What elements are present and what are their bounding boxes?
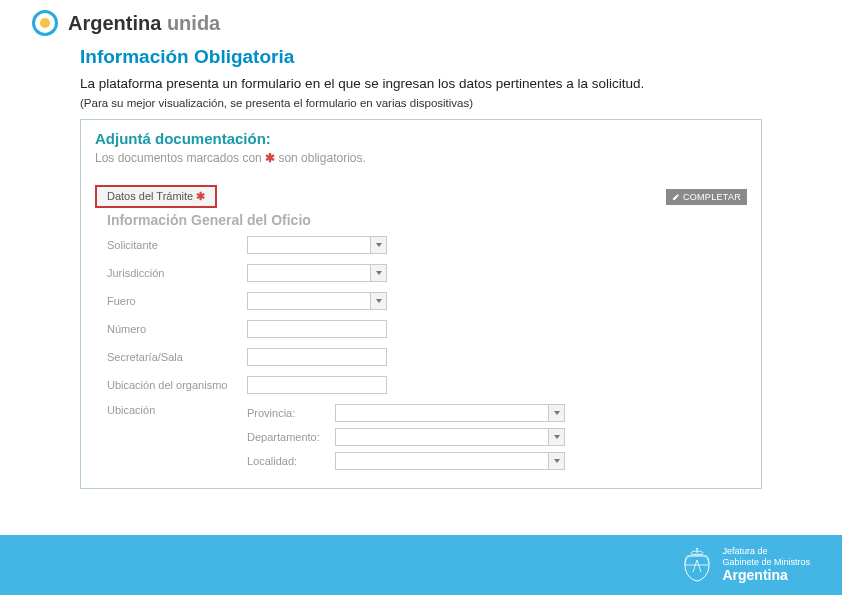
brand-text: Argentina unida bbox=[68, 12, 220, 35]
completar-label: COMPLETAR bbox=[683, 192, 741, 202]
select-departamento[interactable] bbox=[335, 428, 565, 446]
field-jurisdiccion: Jurisdicción bbox=[107, 264, 747, 282]
brand-header: Argentina unida bbox=[0, 0, 842, 42]
ubicacion-group: Ubicación Provincia: Departamento: Local… bbox=[107, 404, 747, 470]
label-numero: Número bbox=[107, 323, 247, 335]
section-row: Datos del Trámite ✱ COMPLETAR bbox=[95, 185, 747, 208]
chevron-down-icon bbox=[370, 265, 386, 281]
footer-text: Jefatura de Gabinete de Ministros Argent… bbox=[722, 546, 810, 584]
label-ubicacion: Ubicación bbox=[107, 404, 247, 416]
required-asterisk-icon: ✱ bbox=[196, 190, 205, 202]
pencil-icon bbox=[672, 193, 680, 201]
field-solicitante: Solicitante bbox=[107, 236, 747, 254]
label-departamento: Departamento: bbox=[247, 431, 335, 443]
footer-line2: Gabinete de Ministros bbox=[722, 557, 810, 568]
field-fuero: Fuero bbox=[107, 292, 747, 310]
select-localidad[interactable] bbox=[335, 452, 565, 470]
input-ubic-org[interactable] bbox=[247, 376, 387, 394]
label-jurisdiccion: Jurisdicción bbox=[107, 267, 247, 279]
form-sub-heading: Información General del Oficio bbox=[107, 212, 747, 228]
chevron-down-icon bbox=[548, 405, 564, 421]
input-secretaria[interactable] bbox=[247, 348, 387, 366]
field-provincia: Provincia: bbox=[247, 404, 747, 422]
slide-title: Información Obligatoria bbox=[80, 46, 762, 68]
slide-note: (Para su mejor visualización, se present… bbox=[80, 97, 762, 109]
slide-content: Información Obligatoria La plataforma pr… bbox=[0, 42, 842, 489]
svg-point-2 bbox=[696, 548, 698, 549]
section-tag-datos-tramite[interactable]: Datos del Trámite ✱ bbox=[95, 185, 217, 208]
label-fuero: Fuero bbox=[107, 295, 247, 307]
select-fuero[interactable] bbox=[247, 292, 387, 310]
field-numero: Número bbox=[107, 320, 747, 338]
footer: Jefatura de Gabinete de Ministros Argent… bbox=[0, 529, 842, 595]
brand-word-1: Argentina bbox=[68, 12, 161, 34]
chevron-down-icon bbox=[548, 453, 564, 469]
section-tag-label: Datos del Trámite bbox=[107, 190, 196, 202]
required-asterisk-icon: ✱ bbox=[265, 151, 275, 165]
form-subtext: Los documentos marcados con ✱ son obliga… bbox=[95, 151, 747, 165]
form-heading: Adjuntá documentación: bbox=[95, 130, 747, 147]
form-sub-prefix: Los documentos marcados con bbox=[95, 151, 265, 165]
field-secretaria: Secretaría/Sala bbox=[107, 348, 747, 366]
input-numero[interactable] bbox=[247, 320, 387, 338]
footer-line1: Jefatura de bbox=[722, 546, 810, 557]
form-panel: Adjuntá documentación: Los documentos ma… bbox=[80, 119, 762, 489]
label-localidad: Localidad: bbox=[247, 455, 335, 467]
select-provincia[interactable] bbox=[335, 404, 565, 422]
slide-intro: La plataforma presenta un formulario en … bbox=[80, 76, 762, 91]
footer-line3: Argentina bbox=[722, 567, 810, 584]
field-departamento: Departamento: bbox=[247, 428, 747, 446]
label-provincia: Provincia: bbox=[247, 407, 335, 419]
label-secretaria: Secretaría/Sala bbox=[107, 351, 247, 363]
completar-button[interactable]: COMPLETAR bbox=[666, 189, 747, 205]
chevron-down-icon bbox=[370, 293, 386, 309]
argentina-sun-logo-icon bbox=[32, 10, 58, 36]
form-sub-suffix: son obligatorios. bbox=[275, 151, 366, 165]
chevron-down-icon bbox=[370, 237, 386, 253]
footer-logo: Jefatura de Gabinete de Ministros Argent… bbox=[682, 546, 810, 584]
field-ubicacion-organismo: Ubicación del organismo bbox=[107, 376, 747, 394]
brand-word-2: unida bbox=[167, 12, 220, 34]
field-localidad: Localidad: bbox=[247, 452, 747, 470]
national-shield-icon bbox=[682, 548, 712, 582]
chevron-down-icon bbox=[548, 429, 564, 445]
label-solicitante: Solicitante bbox=[107, 239, 247, 251]
select-jurisdiccion[interactable] bbox=[247, 264, 387, 282]
select-solicitante[interactable] bbox=[247, 236, 387, 254]
label-ubic-org: Ubicación del organismo bbox=[107, 379, 247, 391]
